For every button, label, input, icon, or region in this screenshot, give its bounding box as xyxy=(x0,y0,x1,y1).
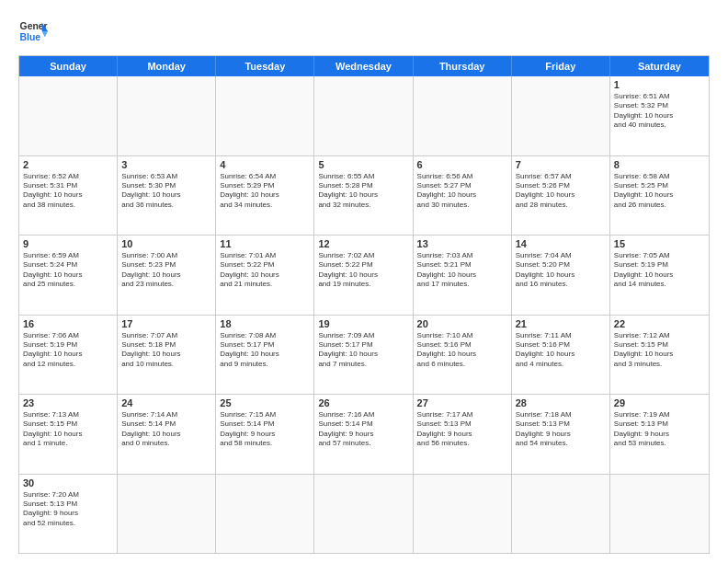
empty-cell xyxy=(610,475,709,554)
empty-cell xyxy=(414,76,512,155)
day-info: Sunrise: 7:18 AMSunset: 5:13 PMDaylight:… xyxy=(516,410,606,449)
day-number: 11 xyxy=(220,238,310,249)
day-info: Sunrise: 6:57 AMSunset: 5:26 PMDaylight:… xyxy=(516,172,606,211)
week-row-3: 16Sunrise: 7:06 AMSunset: 5:19 PMDayligh… xyxy=(19,316,709,396)
day-number: 7 xyxy=(516,159,606,170)
day-number: 5 xyxy=(318,159,408,170)
day-number: 3 xyxy=(121,159,211,170)
day-cell-21: 21Sunrise: 7:11 AMSunset: 5:16 PMDayligh… xyxy=(512,316,610,395)
day-info: Sunrise: 7:14 AMSunset: 5:14 PMDaylight:… xyxy=(121,410,211,449)
day-info: Sunrise: 7:06 AMSunset: 5:19 PMDaylight:… xyxy=(23,331,113,370)
day-number: 13 xyxy=(417,238,507,249)
day-info: Sunrise: 7:04 AMSunset: 5:20 PMDaylight:… xyxy=(516,251,606,290)
day-number: 26 xyxy=(318,397,408,408)
day-cell-19: 19Sunrise: 7:09 AMSunset: 5:17 PMDayligh… xyxy=(314,316,413,395)
day-number: 25 xyxy=(220,397,310,408)
day-cell-8: 8Sunrise: 6:58 AMSunset: 5:25 PMDaylight… xyxy=(610,156,709,236)
day-cell-18: 18Sunrise: 7:08 AMSunset: 5:17 PMDayligh… xyxy=(216,316,314,395)
day-cell-16: 16Sunrise: 7:06 AMSunset: 5:19 PMDayligh… xyxy=(19,316,118,395)
day-info: Sunrise: 7:05 AMSunset: 5:19 PMDaylight:… xyxy=(614,251,705,290)
day-cell-11: 11Sunrise: 7:01 AMSunset: 5:22 PMDayligh… xyxy=(216,236,314,315)
day-info: Sunrise: 6:51 AMSunset: 5:32 PMDaylight:… xyxy=(614,92,705,131)
day-number: 30 xyxy=(23,477,113,488)
day-info: Sunrise: 6:59 AMSunset: 5:24 PMDaylight:… xyxy=(23,251,113,290)
day-info: Sunrise: 7:10 AMSunset: 5:16 PMDaylight:… xyxy=(417,331,507,370)
logo-icon: General Blue xyxy=(18,17,48,46)
day-cell-5: 5Sunrise: 6:55 AMSunset: 5:28 PMDaylight… xyxy=(314,156,413,236)
day-number: 20 xyxy=(417,318,507,329)
header-day-thursday: Thursday xyxy=(414,56,512,76)
day-cell-29: 29Sunrise: 7:19 AMSunset: 5:13 PMDayligh… xyxy=(610,395,709,474)
day-number: 15 xyxy=(614,238,705,249)
day-cell-6: 6Sunrise: 6:56 AMSunset: 5:27 PMDaylight… xyxy=(414,156,512,236)
calendar-header: SundayMondayTuesdayWednesdayThursdayFrid… xyxy=(19,56,709,76)
week-row-5: 30Sunrise: 7:20 AMSunset: 5:13 PMDayligh… xyxy=(19,475,709,554)
day-number: 16 xyxy=(23,318,113,329)
day-number: 4 xyxy=(220,159,310,170)
svg-text:Blue: Blue xyxy=(20,32,41,42)
day-number: 28 xyxy=(516,397,606,408)
day-cell-7: 7Sunrise: 6:57 AMSunset: 5:26 PMDaylight… xyxy=(512,156,610,236)
empty-cell xyxy=(512,475,610,554)
week-row-4: 23Sunrise: 7:13 AMSunset: 5:15 PMDayligh… xyxy=(19,395,709,475)
header-day-sunday: Sunday xyxy=(19,56,118,76)
empty-cell xyxy=(414,475,512,554)
day-info: Sunrise: 7:16 AMSunset: 5:14 PMDaylight:… xyxy=(318,410,408,449)
day-cell-9: 9Sunrise: 6:59 AMSunset: 5:24 PMDaylight… xyxy=(19,236,118,315)
week-row-2: 9Sunrise: 6:59 AMSunset: 5:24 PMDaylight… xyxy=(19,236,709,316)
day-number: 27 xyxy=(417,397,507,408)
day-info: Sunrise: 7:01 AMSunset: 5:22 PMDaylight:… xyxy=(220,251,310,290)
header-day-wednesday: Wednesday xyxy=(314,56,413,76)
day-number: 10 xyxy=(121,238,211,249)
day-number: 6 xyxy=(417,159,507,170)
day-number: 12 xyxy=(318,238,408,249)
header-day-tuesday: Tuesday xyxy=(216,56,314,76)
day-info: Sunrise: 7:07 AMSunset: 5:18 PMDaylight:… xyxy=(121,331,211,370)
day-info: Sunrise: 7:03 AMSunset: 5:21 PMDaylight:… xyxy=(417,251,507,290)
day-cell-20: 20Sunrise: 7:10 AMSunset: 5:16 PMDayligh… xyxy=(414,316,512,395)
empty-cell xyxy=(314,475,413,554)
week-row-1: 2Sunrise: 6:52 AMSunset: 5:31 PMDaylight… xyxy=(19,156,709,236)
day-info: Sunrise: 7:12 AMSunset: 5:15 PMDaylight:… xyxy=(614,331,705,370)
day-cell-2: 2Sunrise: 6:52 AMSunset: 5:31 PMDaylight… xyxy=(19,156,118,236)
empty-cell xyxy=(118,475,216,554)
day-cell-12: 12Sunrise: 7:02 AMSunset: 5:22 PMDayligh… xyxy=(314,236,413,315)
day-cell-25: 25Sunrise: 7:15 AMSunset: 5:14 PMDayligh… xyxy=(216,395,314,474)
day-number: 14 xyxy=(516,238,606,249)
day-info: Sunrise: 6:55 AMSunset: 5:28 PMDaylight:… xyxy=(318,172,408,211)
day-info: Sunrise: 6:56 AMSunset: 5:27 PMDaylight:… xyxy=(417,172,507,211)
day-cell-14: 14Sunrise: 7:04 AMSunset: 5:20 PMDayligh… xyxy=(512,236,610,315)
logo: General Blue xyxy=(18,17,48,46)
header-day-monday: Monday xyxy=(118,56,216,76)
day-info: Sunrise: 7:09 AMSunset: 5:17 PMDaylight:… xyxy=(318,331,408,370)
day-info: Sunrise: 7:08 AMSunset: 5:17 PMDaylight:… xyxy=(220,331,310,370)
empty-cell xyxy=(118,76,216,155)
day-info: Sunrise: 6:53 AMSunset: 5:30 PMDaylight:… xyxy=(121,172,211,211)
empty-cell xyxy=(512,76,610,155)
empty-cell xyxy=(19,76,118,155)
week-row-0: 1Sunrise: 6:51 AMSunset: 5:32 PMDaylight… xyxy=(19,76,709,156)
day-cell-15: 15Sunrise: 7:05 AMSunset: 5:19 PMDayligh… xyxy=(610,236,709,315)
empty-cell xyxy=(216,475,314,554)
day-number: 23 xyxy=(23,397,113,408)
day-cell-10: 10Sunrise: 7:00 AMSunset: 5:23 PMDayligh… xyxy=(118,236,216,315)
empty-cell xyxy=(314,76,413,155)
day-info: Sunrise: 7:15 AMSunset: 5:14 PMDaylight:… xyxy=(220,410,310,449)
svg-marker-3 xyxy=(42,31,48,37)
day-info: Sunrise: 7:17 AMSunset: 5:13 PMDaylight:… xyxy=(417,410,507,449)
day-number: 8 xyxy=(614,159,705,170)
page: General Blue SundayMondayTuesdayWednesda… xyxy=(0,0,728,563)
header: General Blue xyxy=(18,17,710,46)
day-cell-26: 26Sunrise: 7:16 AMSunset: 5:14 PMDayligh… xyxy=(314,395,413,474)
day-number: 17 xyxy=(121,318,211,329)
day-cell-28: 28Sunrise: 7:18 AMSunset: 5:13 PMDayligh… xyxy=(512,395,610,474)
day-number: 24 xyxy=(121,397,211,408)
day-info: Sunrise: 7:11 AMSunset: 5:16 PMDaylight:… xyxy=(516,331,606,370)
day-info: Sunrise: 7:20 AMSunset: 5:13 PMDaylight:… xyxy=(23,490,113,529)
day-cell-13: 13Sunrise: 7:03 AMSunset: 5:21 PMDayligh… xyxy=(414,236,512,315)
day-cell-27: 27Sunrise: 7:17 AMSunset: 5:13 PMDayligh… xyxy=(414,395,512,474)
day-cell-1: 1Sunrise: 6:51 AMSunset: 5:32 PMDaylight… xyxy=(610,76,709,155)
day-info: Sunrise: 7:00 AMSunset: 5:23 PMDaylight:… xyxy=(121,251,211,290)
day-info: Sunrise: 6:58 AMSunset: 5:25 PMDaylight:… xyxy=(614,172,705,211)
day-number: 1 xyxy=(614,79,705,90)
